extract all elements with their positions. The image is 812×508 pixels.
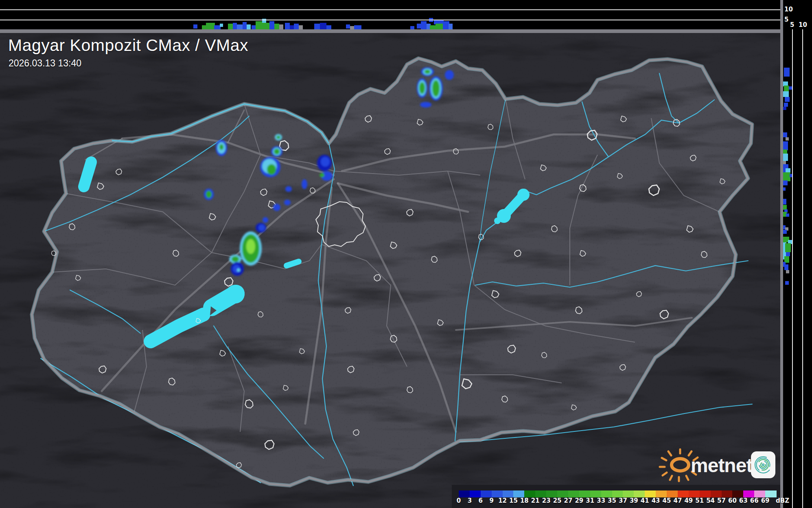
legend-block: [765, 490, 776, 497]
profile-echo-pixel: [786, 213, 789, 217]
legend-label: 43: [650, 497, 661, 504]
radar-echo-cell: [284, 200, 291, 205]
profile-echo-pixel: [783, 150, 787, 154]
legend-block: [732, 490, 743, 497]
profile-echo-pixel: [320, 23, 326, 29]
legend-block: [623, 490, 634, 497]
legend-label: 12: [497, 497, 508, 504]
legend-label: 60: [727, 497, 738, 504]
profile-echo-pixel: [410, 26, 414, 29]
profile-echo-pixel: [449, 24, 453, 29]
profile-echo-pixel: [784, 264, 788, 270]
profile-echo-pixel: [299, 25, 303, 29]
legend-block: [645, 490, 656, 497]
legend-label: 35: [606, 497, 618, 504]
radar-viewer: metnet 10 5 5 10 Magyar Kompozit CMax / …: [0, 0, 812, 508]
legend-block: [513, 490, 524, 497]
legend-label: 51: [694, 497, 705, 504]
dbz-legend: 0369121518212325272931333537394143454749…: [452, 485, 780, 508]
radar-echo-cell: [246, 239, 255, 254]
profile-echo-pixel: [263, 23, 269, 29]
radar-echo-cell: [419, 82, 425, 94]
legend-block: [689, 490, 700, 497]
profile-echo-pixel: [784, 86, 789, 91]
profile-echo-pixel: [783, 180, 788, 185]
radar-echo-cell: [232, 256, 239, 262]
legend-label: 21: [530, 497, 541, 504]
legend-block: [503, 490, 514, 497]
profile-echo-pixel: [294, 24, 299, 29]
profile-echo-pixel: [785, 281, 789, 285]
legend-label: 23: [541, 497, 552, 504]
legend-block: [711, 490, 722, 497]
radar-echo-cell: [263, 217, 268, 223]
legend-label: 18: [519, 497, 530, 504]
legend-block: [754, 490, 765, 497]
page-title: Magyar Kompozit CMax / VMax: [8, 36, 248, 55]
legend-label: 27: [562, 497, 574, 504]
legend-label: 66: [749, 497, 760, 504]
radar-echo-cell: [302, 179, 307, 189]
terrain-background: [0, 0, 812, 508]
right-gridline-10km: [802, 29, 803, 508]
profile-echo-pixel: [443, 21, 449, 29]
profile-echo-pixel: [354, 25, 361, 29]
lake-ferto: [84, 162, 91, 187]
profile-echo-pixel: [783, 141, 788, 150]
profile-echo-pixel: [326, 25, 331, 29]
radar-echo-cell: [321, 157, 330, 167]
profile-echo-pixel: [290, 25, 294, 29]
legend-block: [656, 490, 667, 497]
profile-echo-pixel: [783, 199, 786, 205]
legend-block: [678, 490, 689, 497]
radar-echo-cell: [267, 164, 276, 175]
top-gridline-10km: [0, 9, 780, 10]
legend-block: [557, 490, 568, 497]
legend-label: 41: [639, 497, 650, 504]
legend-block: [634, 490, 645, 497]
legend-label: 63: [738, 497, 749, 504]
profile-echo-pixel: [279, 24, 283, 29]
profile-echo-pixel: [233, 23, 237, 29]
radar-echo-cell: [206, 191, 212, 198]
profile-echo-pixel: [314, 24, 320, 29]
profile-echo-pixel: [783, 107, 786, 110]
legend-block: [743, 490, 754, 497]
profile-echo-pixel: [786, 270, 789, 273]
profile-echo-pixel: [783, 91, 789, 97]
profile-echo-pixel: [783, 230, 787, 234]
legend-label: 49: [683, 497, 694, 504]
legend-label: 47: [672, 497, 683, 504]
profile-echo-pixel: [256, 21, 263, 29]
legend-block: [524, 490, 535, 497]
profile-echo-pixel: [784, 103, 788, 107]
profile-echo-pixel: [346, 24, 350, 29]
profile-echo-pixel: [243, 22, 247, 29]
radar-map: metnet: [0, 0, 812, 508]
profile-echo-pixel: [237, 24, 243, 29]
profile-echo-pixel: [269, 21, 274, 29]
top-gridline-5km: [0, 20, 780, 20]
radar-echo-cell: [274, 149, 280, 154]
profile-echo-pixel: [421, 21, 427, 29]
legend-block: [612, 490, 623, 497]
legend-block: [601, 490, 612, 497]
radar-echo-cell: [273, 204, 280, 211]
legend-label: 0: [453, 497, 464, 504]
legend-label: 31: [584, 497, 596, 504]
legend-block: [667, 490, 678, 497]
legend-block: [470, 490, 481, 497]
profile-echo-pixel: [784, 68, 790, 77]
right-axis-label-5: 5: [790, 21, 794, 29]
profile-echo-pixel: [247, 24, 251, 29]
profile-echo-pixel: [252, 25, 256, 29]
radar-echo-cell: [320, 173, 324, 177]
radar-echo-cell: [420, 102, 431, 108]
legend-block: [579, 490, 590, 497]
profile-echo-pixel: [350, 26, 354, 29]
metnet-wordmark: metnet: [691, 455, 753, 476]
legend-block: [568, 490, 579, 497]
profile-echo-pixel: [274, 24, 279, 29]
radar-echo-cell: [237, 268, 240, 272]
legend-label: 3: [464, 497, 475, 504]
